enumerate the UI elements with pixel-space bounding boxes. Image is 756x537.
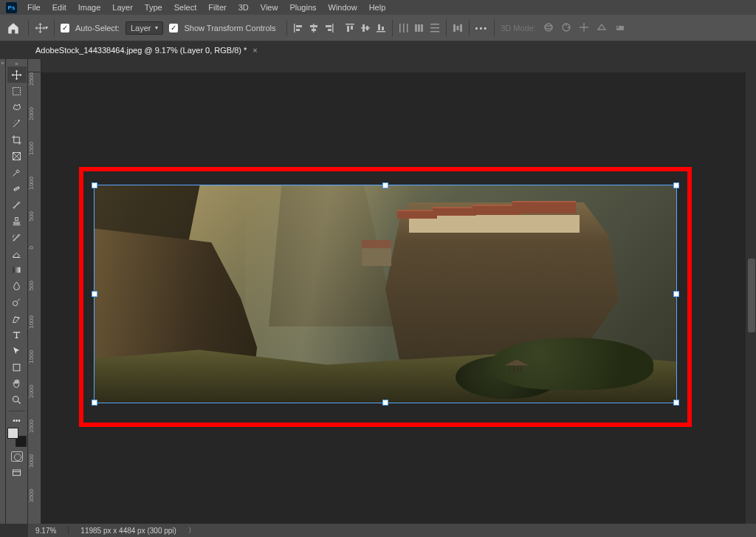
svg-point-31 — [545, 26, 552, 29]
ruler-origin[interactable] — [28, 59, 41, 72]
crop-tool[interactable] — [7, 131, 27, 148]
menu-filter[interactable]: Filter — [202, 0, 232, 15]
heal-tool[interactable] — [7, 180, 27, 196]
distribute-h-icon[interactable] — [399, 23, 409, 33]
menu-select[interactable]: Select — [168, 0, 203, 15]
menu-layer[interactable]: Layer — [106, 0, 139, 15]
close-tab-icon[interactable]: × — [252, 46, 257, 55]
type-tool[interactable] — [7, 326, 27, 343]
canvas-viewport[interactable]: 2500200015001000500050010001500200025003… — [28, 72, 746, 524]
svg-rect-11 — [351, 26, 353, 30]
svg-rect-3 — [313, 24, 315, 33]
status-flyout-icon[interactable]: 〉 — [188, 526, 195, 536]
ruler-tick: 1000 — [28, 315, 35, 329]
right-panel-collapsed[interactable] — [746, 59, 756, 524]
menu-edit[interactable]: Edit — [47, 0, 72, 15]
align-group-1 — [293, 23, 334, 33]
menu-3d[interactable]: 3D — [233, 0, 255, 15]
handle-bottom-left[interactable] — [92, 400, 97, 406]
shape-tool[interactable] — [7, 359, 27, 375]
move-tool[interactable] — [7, 66, 27, 83]
svg-rect-43 — [13, 364, 20, 371]
auto-select-checkbox[interactable]: ✓ — [61, 24, 69, 33]
scale-3d-icon[interactable] — [614, 22, 625, 34]
svg-rect-28 — [460, 24, 462, 32]
home-button[interactable] — [4, 19, 22, 37]
handle-bottom-middle[interactable] — [382, 400, 388, 406]
ruler-tick: 0 — [28, 246, 35, 249]
handle-bottom-right[interactable] — [673, 400, 679, 406]
history-brush-tool[interactable] — [7, 229, 27, 245]
handle-top-middle[interactable] — [382, 182, 388, 188]
eyedropper-tool[interactable] — [7, 164, 27, 180]
distribute-h3-icon[interactable] — [430, 23, 440, 33]
distribute-h2-icon[interactable] — [414, 23, 425, 33]
menu-window[interactable]: Window — [323, 0, 363, 15]
menu-plugins[interactable]: Plugins — [284, 0, 322, 15]
align-bottom-icon[interactable] — [376, 23, 386, 33]
roll-3d-icon[interactable] — [561, 22, 571, 34]
handle-top-left[interactable] — [92, 182, 97, 188]
screen-mode-toggle[interactable] — [7, 465, 27, 481]
ruler-vertical[interactable]: 2500200015001000500050010001500200025003… — [28, 72, 41, 524]
pan-3d-icon[interactable] — [579, 22, 589, 34]
transform-bounding-box[interactable] — [94, 185, 677, 403]
pen-tool[interactable] — [7, 310, 27, 326]
quick-mask-toggle[interactable] — [7, 448, 27, 465]
move-tool-icon[interactable]: ▾ — [35, 21, 48, 35]
slide-3d-icon[interactable] — [597, 22, 607, 34]
distribute-spacing-icon[interactable] — [453, 23, 463, 33]
more-options-icon[interactable]: ••• — [475, 24, 489, 33]
handle-middle-left[interactable] — [92, 291, 97, 297]
lasso-tool[interactable] — [7, 99, 27, 115]
zoom-level[interactable]: 9.17% — [35, 527, 56, 535]
menu-help[interactable]: Help — [363, 0, 392, 15]
more-tools[interactable]: ••• — [7, 414, 27, 426]
eraser-tool[interactable] — [7, 245, 27, 261]
svg-rect-29 — [456, 26, 458, 30]
handle-middle-right[interactable] — [673, 291, 679, 297]
svg-rect-12 — [361, 27, 370, 29]
zoom-tool[interactable] — [7, 391, 27, 408]
toolbox-expand[interactable]: » — [7, 61, 27, 66]
handle-top-right[interactable] — [673, 182, 679, 188]
hand-tool[interactable] — [7, 375, 27, 391]
wand-tool[interactable] — [7, 115, 27, 131]
vertical-scrollbar[interactable] — [748, 259, 755, 332]
document-dimensions[interactable]: 11985 px x 4484 px (300 ppi) — [80, 527, 176, 535]
marquee-tool[interactable] — [7, 83, 27, 99]
menu-view[interactable]: View — [255, 0, 284, 15]
gradient-tool[interactable] — [7, 261, 27, 278]
orbit-3d-icon[interactable] — [543, 22, 554, 34]
align-vmiddle-icon[interactable] — [360, 23, 371, 33]
svg-point-40 — [18, 187, 19, 188]
stamp-tool[interactable] — [7, 213, 27, 229]
blur-tool[interactable] — [7, 278, 27, 294]
align-left-icon[interactable] — [293, 23, 303, 33]
foreground-color[interactable] — [7, 428, 18, 439]
show-transform-checkbox[interactable]: ✓ — [169, 24, 178, 33]
svg-rect-25 — [430, 27, 439, 29]
chevron-down-icon: ▾ — [155, 24, 158, 31]
brush-tool[interactable] — [7, 196, 27, 213]
menu-file[interactable]: File — [21, 0, 47, 15]
dodge-tool[interactable] — [7, 294, 27, 310]
auto-select-target[interactable]: Layer ▾ — [126, 21, 164, 35]
separator — [494, 20, 495, 36]
document-tab-title: AdobeStock_144338464.jpeg @ 9.17% (Layer… — [35, 46, 247, 55]
distribute-group — [399, 23, 440, 33]
svg-point-34 — [617, 26, 619, 28]
panel-strip[interactable]: » — [0, 59, 6, 524]
menu-type[interactable]: Type — [139, 0, 168, 15]
document-tab[interactable]: AdobeStock_144338464.jpeg @ 9.17% (Layer… — [28, 41, 265, 59]
path-select-tool[interactable] — [7, 343, 27, 359]
svg-rect-10 — [347, 26, 349, 32]
color-swatches[interactable] — [7, 426, 27, 448]
separator — [286, 20, 287, 36]
frame-tool[interactable] — [7, 148, 27, 164]
menu-image[interactable]: Image — [72, 0, 107, 15]
separator — [54, 20, 55, 36]
align-top-icon[interactable] — [345, 23, 355, 33]
align-hcenter-icon[interactable] — [309, 23, 319, 33]
align-right-icon[interactable] — [324, 23, 334, 33]
